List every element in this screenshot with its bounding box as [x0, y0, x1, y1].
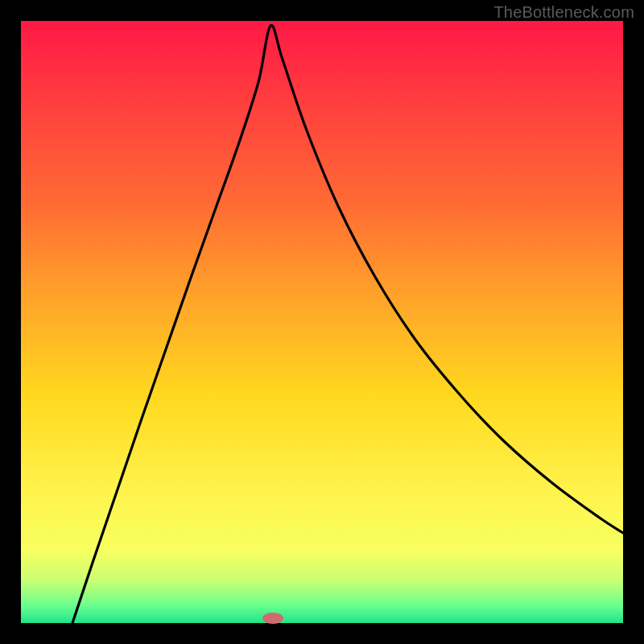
bottleneck-curve	[72, 25, 623, 623]
chart-frame	[21, 21, 623, 623]
watermark-text: TheBottleneck.com	[493, 3, 634, 22]
chart-curve-layer	[21, 21, 623, 623]
min-marker	[262, 613, 283, 624]
